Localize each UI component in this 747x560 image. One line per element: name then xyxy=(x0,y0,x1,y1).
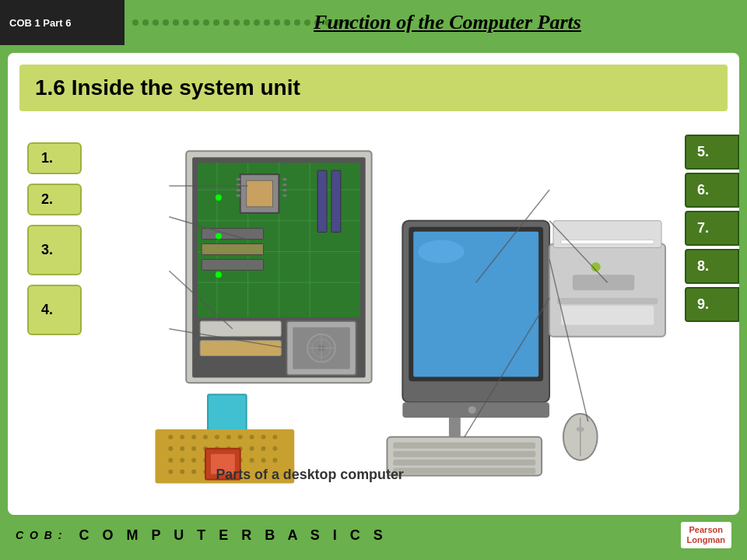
svg-rect-20 xyxy=(282,194,286,197)
svg-point-58 xyxy=(261,446,266,451)
button-5[interactable]: 5. xyxy=(685,135,739,170)
svg-point-92 xyxy=(577,427,584,432)
header-dot xyxy=(324,19,331,26)
computer-svg: Parts of a desktop computer xyxy=(93,127,673,485)
header-dot xyxy=(142,19,149,26)
svg-point-44 xyxy=(215,435,219,439)
svg-rect-24 xyxy=(202,244,263,255)
badge-label: COB 1 Part 6 xyxy=(9,17,71,29)
svg-rect-19 xyxy=(282,189,286,191)
header-badge: COB 1 Part 6 xyxy=(0,0,124,45)
content-area: 1. 2. 3. 4. 5. 6. 7. 8. 9. xyxy=(8,119,739,500)
header-dot xyxy=(153,19,159,26)
svg-point-52 xyxy=(191,446,196,451)
header-dot xyxy=(173,19,179,26)
svg-point-71 xyxy=(180,470,184,474)
svg-rect-18 xyxy=(282,184,286,186)
header-dot xyxy=(335,19,341,26)
header-dot xyxy=(294,19,300,26)
svg-point-47 xyxy=(250,435,254,439)
svg-point-68 xyxy=(261,458,266,463)
svg-point-59 xyxy=(272,446,277,451)
svg-rect-27 xyxy=(200,341,281,356)
svg-point-46 xyxy=(238,435,243,439)
header-dots xyxy=(124,19,747,26)
header-dot xyxy=(314,19,321,26)
svg-point-70 xyxy=(168,470,173,474)
svg-rect-87 xyxy=(393,451,535,457)
header-dot xyxy=(213,19,219,26)
svg-rect-88 xyxy=(393,460,535,466)
header-dot xyxy=(244,19,250,26)
svg-rect-12 xyxy=(247,180,273,207)
header-dot xyxy=(203,19,209,26)
svg-rect-25 xyxy=(202,259,263,270)
svg-point-67 xyxy=(250,458,254,463)
left-buttons-group: 1. 2. 3. 4. xyxy=(27,142,82,335)
svg-rect-97 xyxy=(561,306,654,325)
header-dot xyxy=(264,19,270,26)
svg-rect-21 xyxy=(317,170,327,232)
svg-rect-89 xyxy=(393,468,535,474)
svg-point-41 xyxy=(180,435,184,439)
image-caption: Parts of a desktop computer xyxy=(216,467,403,483)
button-9[interactable]: 9. xyxy=(685,287,739,322)
svg-point-36 xyxy=(216,233,222,240)
slide-title: 1.6 Inside the system unit xyxy=(35,75,300,100)
slide-title-bar: 1.6 Inside the system unit xyxy=(19,65,728,111)
svg-rect-95 xyxy=(561,240,654,244)
svg-point-60 xyxy=(168,458,173,463)
svg-rect-22 xyxy=(331,170,341,232)
svg-point-49 xyxy=(272,435,277,439)
svg-rect-86 xyxy=(393,443,535,449)
button-4[interactable]: 4. xyxy=(27,285,82,335)
button-7[interactable]: 7. xyxy=(685,211,739,246)
header-dot xyxy=(193,19,199,26)
header-dot xyxy=(233,19,240,26)
svg-rect-38 xyxy=(208,394,247,433)
logo-line2: Longman xyxy=(687,535,726,545)
svg-point-84 xyxy=(468,406,476,414)
button-1[interactable]: 1. xyxy=(27,142,82,174)
svg-point-82 xyxy=(418,240,465,264)
header-dot xyxy=(274,19,280,26)
button-8[interactable]: 8. xyxy=(685,249,739,284)
svg-rect-99 xyxy=(573,275,634,290)
svg-point-50 xyxy=(168,446,173,451)
svg-point-35 xyxy=(216,194,222,201)
svg-point-62 xyxy=(191,458,196,463)
main-content-area: 1.6 Inside the system unit 1. 2. 3. 4. 5… xyxy=(8,53,739,515)
header-dot xyxy=(304,19,310,26)
svg-point-37 xyxy=(216,271,222,278)
button-3[interactable]: 3. xyxy=(27,225,82,275)
svg-point-45 xyxy=(226,435,231,439)
svg-point-69 xyxy=(272,458,277,463)
header-dot xyxy=(163,19,169,26)
svg-rect-17 xyxy=(282,178,286,180)
svg-rect-26 xyxy=(200,321,281,337)
button-2[interactable]: 2. xyxy=(27,184,82,215)
svg-rect-15 xyxy=(237,189,240,191)
publisher-logo: Pearson Longman xyxy=(681,522,732,548)
svg-point-48 xyxy=(261,435,266,439)
svg-rect-16 xyxy=(237,194,240,197)
svg-point-43 xyxy=(203,435,208,439)
footer-title: C O M P U T E R B A S I C S xyxy=(79,527,387,544)
svg-point-51 xyxy=(180,446,184,451)
header-dot xyxy=(132,19,139,26)
svg-rect-23 xyxy=(202,229,263,240)
footer: C O B : C O M P U T E R B A S I C S Pear… xyxy=(0,515,747,555)
svg-point-57 xyxy=(250,446,254,451)
computer-illustration-area: Parts of a desktop computer xyxy=(93,127,673,485)
svg-point-61 xyxy=(180,458,184,463)
header-dot xyxy=(284,19,290,26)
right-buttons-group: 5. 6. 7. 8. 9. xyxy=(685,135,739,322)
svg-point-40 xyxy=(168,435,173,439)
footer-logo: Pearson Longman xyxy=(681,522,732,548)
footer-cob-label: C O B : xyxy=(16,529,63,541)
header-dot xyxy=(183,19,189,26)
logo-line1: Pearson xyxy=(687,525,726,535)
svg-rect-96 xyxy=(557,298,658,304)
button-6[interactable]: 6. xyxy=(685,173,739,208)
header-dot xyxy=(223,19,230,26)
